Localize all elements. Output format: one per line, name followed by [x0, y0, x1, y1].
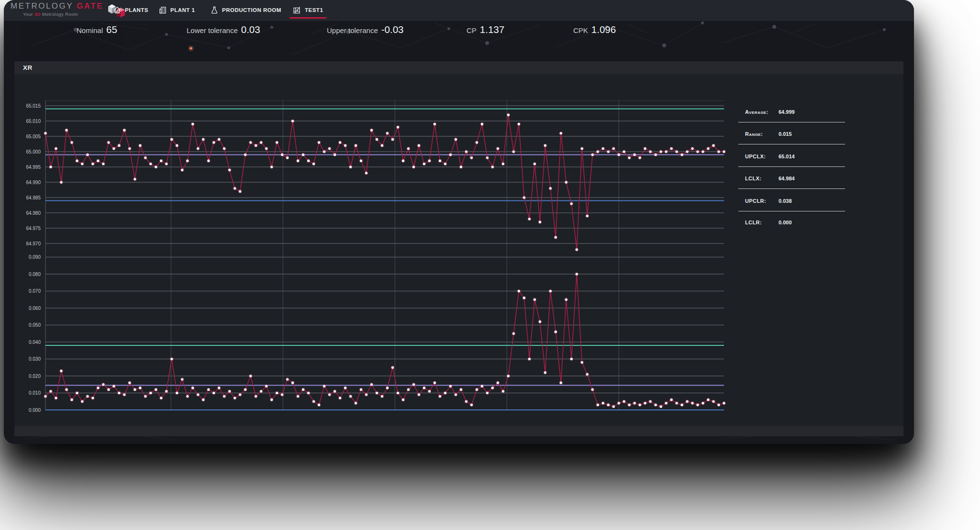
svg-text:65.015: 65.015 [26, 103, 41, 109]
brand-name: METROLOGYGATE [11, 1, 103, 11]
chart-statistics-panel: Average:64.999 Range:0.015 UPCLX:65.014 … [738, 61, 845, 262]
stat-cp: CP1.137 [467, 24, 504, 35]
svg-text:0.010: 0.010 [29, 390, 41, 396]
svg-text:0.000: 0.000 [29, 408, 41, 413]
nav-tab-label: TEST1 [305, 7, 323, 13]
svg-text:0.090: 0.090 [29, 254, 41, 260]
divider [738, 188, 845, 189]
nav-tab-label: PLANTS [125, 7, 148, 13]
stat-cpk: CPK1.096 [573, 24, 616, 35]
svg-text:64.995: 64.995 [26, 165, 41, 170]
stat-row-lclr: LCLR:0.000 [738, 218, 845, 239]
svg-text:65.010: 65.010 [26, 119, 41, 124]
stat-nominal: Nominal65 [77, 24, 117, 35]
stat-row-range: Range:0.015 [738, 129, 845, 150]
top-navbar: METROLOGYGATE Your 3D Metrology Room PLA… [4, 0, 914, 21]
divider [738, 211, 845, 211]
stat-row-average: Average:64.999 [738, 107, 845, 128]
svg-text:64.975: 64.975 [26, 226, 41, 231]
nav-tab-plants[interactable]: PLANTS [113, 6, 148, 14]
page-background: METROLOGYGATE Your 3D Metrology Room PLA… [0, 0, 980, 530]
svg-text:0.080: 0.080 [29, 272, 41, 277]
flask-icon [211, 6, 218, 14]
nav-tab-production-room[interactable]: PRODUCTION ROOM [211, 6, 281, 14]
building-icon [159, 6, 167, 14]
divider [738, 122, 845, 122]
nav-tab-label: PRODUCTION ROOM [222, 7, 281, 13]
stat-row-upclx: UPCLX:65.014 [738, 152, 845, 173]
svg-text:64.970: 64.970 [26, 241, 41, 246]
stat-upper-tolerance: Upper tolerance-0.03 [327, 24, 403, 35]
svg-text:64.980: 64.980 [26, 210, 41, 216]
svg-text:0.020: 0.020 [29, 374, 41, 379]
svg-text:64.985: 64.985 [26, 195, 41, 200]
nav-tab-label: PLANT 1 [170, 7, 195, 13]
svg-text:64.990: 64.990 [26, 180, 41, 185]
brand-tagline: Your 3D Metrology Room [23, 11, 103, 17]
divider [738, 144, 845, 144]
svg-text:65.005: 65.005 [26, 134, 41, 139]
svg-text:0.050: 0.050 [29, 322, 41, 328]
xr-chart-panel: XR 65.01565.01065.00565.00064.99564.9906… [14, 61, 903, 436]
divider [738, 166, 845, 167]
svg-text:65.000: 65.000 [26, 149, 41, 155]
home-icon [113, 6, 121, 14]
svg-text:0.030: 0.030 [29, 356, 41, 362]
svg-text:0.070: 0.070 [29, 288, 41, 294]
app-window: METROLOGYGATE Your 3D Metrology Room PLA… [4, 0, 914, 444]
svg-text:0.060: 0.060 [29, 306, 41, 311]
stat-row-lclx: LCLX:64.984 [738, 174, 845, 195]
stat-row-upclr: UPCLR:0.038 [738, 196, 845, 217]
svg-text:0.040: 0.040 [29, 340, 41, 345]
measuring-machine-icon [293, 6, 301, 14]
summary-stats-row: Nominal65 Lower tolerance0.03 Upper tole… [4, 24, 914, 40]
stat-lower-tolerance: Lower tolerance0.03 [187, 24, 260, 35]
brand-logo[interactable]: METROLOGYGATE Your 3D Metrology Room [11, 1, 128, 21]
nav-tab-plant-1[interactable]: PLANT 1 [159, 6, 195, 14]
nav-tab-test1[interactable]: TEST1 [293, 6, 323, 14]
